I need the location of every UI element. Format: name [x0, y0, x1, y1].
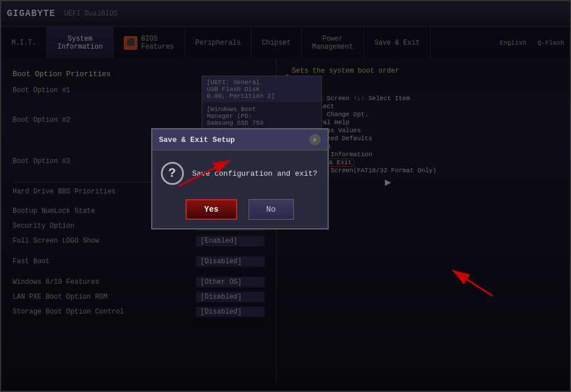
yes-button[interactable]: Yes: [186, 199, 237, 220]
dialog-close-button[interactable]: ✕: [309, 134, 321, 145]
dialog-title: Save & Exit Setup: [159, 136, 235, 144]
dialog-title-bar: Save & Exit Setup ✕: [152, 129, 328, 151]
save-exit-dialog: Save & Exit Setup ✕ ? Save configuration…: [151, 128, 329, 229]
dialog-body: ? Save configuration and exit?: [152, 151, 328, 196]
question-icon: ?: [161, 162, 184, 185]
dialog-message: Save configuration and exit?: [192, 169, 317, 178]
dialog-buttons: Yes No: [152, 196, 328, 228]
bios-screen: GIGABYTE UEFI DualBIOS M.I.T. System Inf…: [0, 0, 571, 392]
no-button[interactable]: No: [249, 199, 294, 220]
dialog-overlay: Save & Exit Setup ✕ ? Save configuration…: [1, 1, 570, 391]
